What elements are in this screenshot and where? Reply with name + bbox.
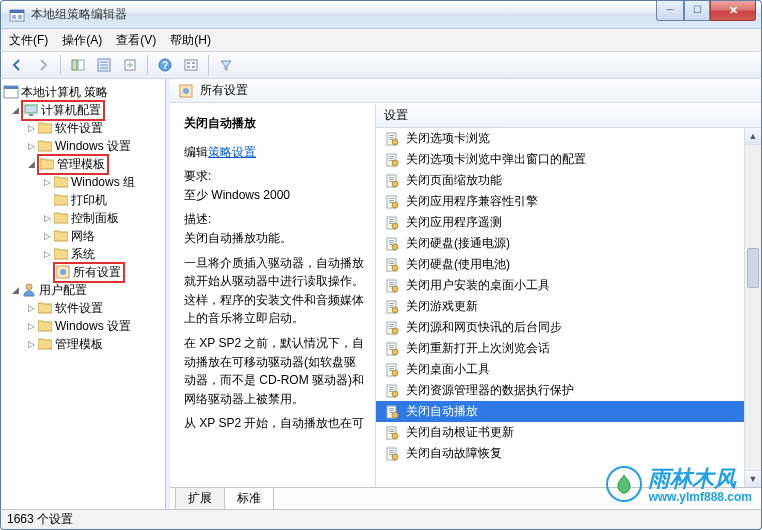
svg-rect-98 — [389, 429, 394, 430]
svg-rect-68 — [389, 303, 394, 304]
filter-button[interactable] — [214, 54, 238, 76]
svg-rect-4 — [72, 60, 77, 70]
list-header[interactable]: 设置 — [376, 104, 761, 128]
list-row[interactable]: 关闭应用程序兼容性引擎 — [376, 191, 761, 212]
tree-root[interactable]: 本地计算机 策略 — [1, 83, 165, 101]
help-button[interactable]: ? — [153, 54, 177, 76]
expand-icon[interactable]: ▷ — [25, 321, 37, 331]
svg-point-61 — [392, 265, 398, 271]
list-body[interactable]: 关闭选项卡浏览关闭选项卡浏览中弹出窗口的配置关闭页面缩放功能关闭应用程序兼容性引… — [376, 128, 761, 487]
collapse-icon[interactable]: ◢ — [9, 285, 21, 295]
svg-rect-28 — [389, 135, 394, 136]
right-body: 关闭自动播放 编辑策略设置 要求: 至少 Windows 2000 描述: 关闭… — [170, 103, 761, 487]
back-button[interactable] — [5, 54, 29, 76]
maximize-button[interactable]: ☐ — [684, 1, 710, 21]
collapse-icon[interactable]: ◢ — [25, 159, 37, 169]
svg-rect-73 — [389, 324, 394, 325]
expand-icon[interactable]: ▷ — [41, 231, 53, 241]
list-row[interactable]: 关闭桌面小工具 — [376, 359, 761, 380]
forward-button[interactable] — [31, 54, 55, 76]
close-button[interactable]: ✕ — [710, 1, 756, 21]
tree-windows-group[interactable]: ▷ Windows 组 — [1, 173, 165, 191]
list-row[interactable]: 关闭游戏更新 — [376, 296, 761, 317]
expand-icon[interactable]: ▷ — [25, 303, 37, 313]
svg-rect-88 — [389, 387, 394, 388]
list-row[interactable]: 关闭硬盘(接通电源) — [376, 233, 761, 254]
toolbar-separator — [208, 55, 209, 75]
list-row[interactable]: 关闭源和网页快讯的后台同步 — [376, 317, 761, 338]
menu-file[interactable]: 文件(F) — [9, 32, 48, 49]
tree-u-admin[interactable]: ▷ 管理模板 — [1, 335, 165, 353]
list-row[interactable]: 关闭应用程序遥测 — [376, 212, 761, 233]
expand-icon[interactable]: ▷ — [25, 123, 37, 133]
list-item-label: 关闭硬盘(接通电源) — [406, 235, 510, 252]
svg-rect-59 — [389, 263, 394, 264]
list-row[interactable]: 关闭自动故障恢复 — [376, 443, 761, 464]
svg-rect-38 — [389, 177, 394, 178]
tab-extended[interactable]: 扩展 — [175, 488, 225, 509]
expand-icon[interactable]: ▷ — [41, 177, 53, 187]
list-row[interactable]: 关闭自动根证书更新 — [376, 422, 761, 443]
scrollbar[interactable]: ▲ ▼ — [744, 128, 761, 487]
tree-printers[interactable]: 打印机 — [1, 191, 165, 209]
tree-software-settings[interactable]: ▷ 软件设置 — [1, 119, 165, 137]
svg-point-76 — [392, 328, 398, 334]
requirement-value: 至少 Windows 2000 — [184, 186, 365, 205]
list-row[interactable]: 关闭页面缩放功能 — [376, 170, 761, 191]
tree-computer-config[interactable]: ◢ 计算机配置 — [1, 101, 165, 119]
policy-icon — [3, 84, 19, 100]
tree-all-settings[interactable]: 所有设置 — [1, 263, 165, 281]
refresh-button[interactable] — [179, 54, 203, 76]
tree-admin-templates[interactable]: ◢ 管理模板 — [1, 155, 165, 173]
edit-policy-link[interactable]: 策略设置 — [208, 145, 256, 159]
tree-network[interactable]: ▷ 网络 — [1, 227, 165, 245]
tree-windows-settings[interactable]: ▷ Windows 设置 — [1, 137, 165, 155]
svg-rect-13 — [185, 60, 197, 70]
policy-item-icon — [384, 152, 400, 168]
minimize-button[interactable]: ─ — [656, 1, 684, 21]
watermark-brand: 雨林木风 — [648, 466, 736, 491]
tab-standard[interactable]: 标准 — [224, 488, 274, 509]
collapse-icon[interactable]: ◢ — [9, 105, 21, 115]
svg-point-24 — [26, 284, 32, 290]
scroll-thumb[interactable] — [747, 248, 759, 288]
list-row[interactable]: 关闭硬盘(使用电池) — [376, 254, 761, 275]
tree-u-windows[interactable]: ▷ Windows 设置 — [1, 317, 165, 335]
menu-view[interactable]: 查看(V) — [116, 32, 156, 49]
properties-button[interactable] — [92, 54, 116, 76]
folder-icon — [37, 138, 53, 154]
svg-point-56 — [392, 244, 398, 250]
list-row[interactable]: 关闭选项卡浏览中弹出窗口的配置 — [376, 149, 761, 170]
tree-u-software[interactable]: ▷ 软件设置 — [1, 299, 165, 317]
policy-item-icon — [384, 278, 400, 294]
show-hide-tree-button[interactable] — [66, 54, 90, 76]
tree-system[interactable]: ▷ 系统 — [1, 245, 165, 263]
svg-point-36 — [392, 160, 398, 166]
svg-rect-19 — [4, 86, 18, 89]
scroll-up-button[interactable]: ▲ — [745, 128, 761, 145]
tree-pane[interactable]: 本地计算机 策略 ◢ 计算机配置 ▷ 软件设置 ▷ Windows 设置 ◢ 管… — [1, 79, 166, 509]
menu-action[interactable]: 操作(A) — [62, 32, 102, 49]
tree-control-panel[interactable]: ▷ 控制面板 — [1, 209, 165, 227]
menu-help[interactable]: 帮助(H) — [170, 32, 211, 49]
list-item-label: 关闭重新打开上次浏览会话 — [406, 340, 550, 357]
export-button[interactable] — [118, 54, 142, 76]
svg-point-51 — [392, 223, 398, 229]
description-label: 描述: — [184, 210, 365, 229]
list-row[interactable]: 关闭重新打开上次浏览会话 — [376, 338, 761, 359]
svg-rect-39 — [389, 179, 394, 180]
toolbar: ? — [0, 51, 762, 79]
expand-icon[interactable]: ▷ — [25, 141, 37, 151]
svg-rect-1 — [10, 10, 24, 13]
tree-user-config[interactable]: ◢ 用户配置 — [1, 281, 165, 299]
list-row[interactable]: 关闭用户安装的桌面小工具 — [376, 275, 761, 296]
expand-icon[interactable]: ▷ — [25, 339, 37, 349]
expand-icon[interactable]: ▷ — [41, 249, 53, 259]
column-settings[interactable]: 设置 — [376, 107, 761, 124]
list-row[interactable]: 关闭自动播放 — [376, 401, 761, 422]
svg-rect-64 — [389, 284, 394, 285]
svg-rect-29 — [389, 137, 394, 138]
expand-icon[interactable]: ▷ — [41, 213, 53, 223]
list-row[interactable]: 关闭资源管理器的数据执行保护 — [376, 380, 761, 401]
list-row[interactable]: 关闭选项卡浏览 — [376, 128, 761, 149]
